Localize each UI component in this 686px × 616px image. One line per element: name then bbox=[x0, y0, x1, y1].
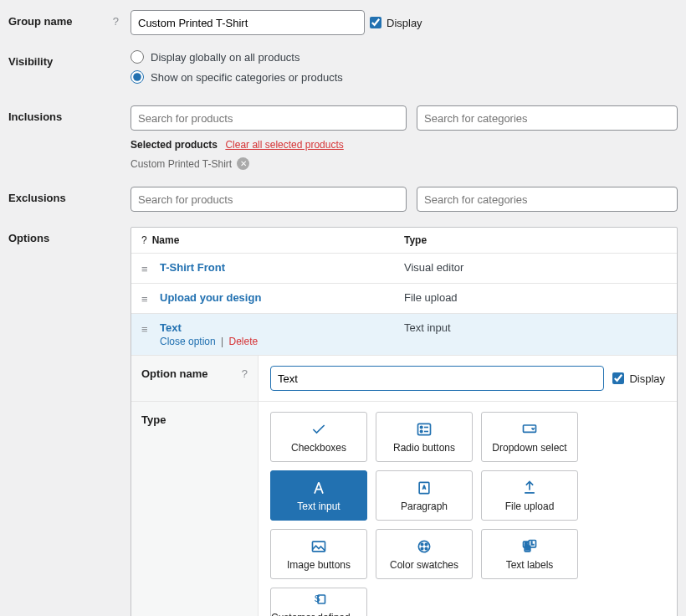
help-icon[interactable]: ? bbox=[141, 234, 147, 246]
clear-selected-link[interactable]: Clear all selected products bbox=[225, 139, 343, 151]
close-option-link[interactable]: Close option bbox=[160, 336, 216, 347]
tile-color-swatches[interactable]: Color swatches bbox=[376, 529, 473, 579]
option-name-label: Option name bbox=[141, 367, 207, 380]
selected-tag: Custom Printed T-Shirt ✕ bbox=[131, 157, 249, 170]
option-name-input[interactable] bbox=[270, 366, 604, 391]
option-row-active[interactable]: ≡ Text Close option | Delete Text input bbox=[131, 314, 677, 356]
tile-radio[interactable]: Radio buttons bbox=[376, 412, 473, 462]
help-icon[interactable]: ? bbox=[242, 367, 248, 380]
inclusions-label: Inclusions bbox=[8, 110, 62, 123]
option-row[interactable]: ≡ T-Shirt Front Visual editor bbox=[131, 254, 677, 284]
svg-point-9 bbox=[421, 543, 423, 546]
display-label: Display bbox=[387, 17, 422, 29]
tile-paragraph[interactable]: Paragraph bbox=[376, 470, 473, 521]
option-display-checkbox[interactable] bbox=[612, 372, 624, 384]
visibility-global[interactable]: Display globally on all products bbox=[131, 50, 678, 64]
svg-text:L: L bbox=[531, 541, 535, 546]
drag-handle-icon[interactable]: ≡ bbox=[141, 321, 160, 336]
delete-option-link[interactable]: Delete bbox=[229, 336, 259, 347]
svg-point-3 bbox=[420, 430, 422, 433]
drag-handle-icon[interactable]: ≡ bbox=[141, 291, 160, 305]
svg-text:M: M bbox=[525, 546, 529, 551]
group-name-label: Group name bbox=[8, 15, 73, 28]
tile-customer-price[interactable]: $ Customer defined price bbox=[270, 588, 367, 616]
drag-handle-icon[interactable]: ≡ bbox=[141, 261, 160, 275]
remove-tag-icon[interactable]: ✕ bbox=[237, 157, 249, 170]
option-row[interactable]: ≡ Upload your design File upload bbox=[131, 284, 677, 314]
tile-file-upload[interactable]: File upload bbox=[481, 470, 578, 521]
svg-point-12 bbox=[425, 547, 427, 550]
svg-point-1 bbox=[420, 426, 422, 429]
options-box: ?Name Type ≡ T-Shirt Front Visual editor… bbox=[131, 227, 678, 616]
tile-text-labels[interactable]: SLM Text labels bbox=[481, 529, 578, 579]
tile-checkboxes[interactable]: Checkboxes bbox=[270, 412, 367, 462]
options-label: Options bbox=[8, 232, 49, 244]
inclusions-categories-input[interactable] bbox=[417, 105, 678, 131]
tile-text-input[interactable]: Text input bbox=[270, 470, 367, 521]
tile-image-buttons[interactable]: Image buttons bbox=[270, 529, 367, 579]
help-icon[interactable]: ? bbox=[113, 15, 119, 28]
group-name-input[interactable] bbox=[131, 10, 365, 35]
type-label: Type bbox=[141, 413, 166, 426]
svg-point-10 bbox=[425, 543, 427, 546]
tile-dropdown[interactable]: Dropdown select bbox=[481, 412, 578, 462]
exclusions-products-input[interactable] bbox=[131, 187, 407, 212]
exclusions-label: Exclusions bbox=[8, 192, 66, 204]
svg-rect-0 bbox=[418, 424, 431, 434]
exclusions-categories-input[interactable] bbox=[417, 187, 678, 212]
visibility-label: Visibility bbox=[8, 55, 53, 68]
selected-products-label: Selected products bbox=[131, 139, 218, 151]
visibility-specific[interactable]: Show on specific categories or products bbox=[131, 70, 678, 84]
svg-point-11 bbox=[421, 547, 423, 550]
display-checkbox[interactable] bbox=[370, 17, 381, 28]
svg-point-8 bbox=[418, 541, 429, 552]
inclusions-products-input[interactable] bbox=[131, 105, 407, 131]
